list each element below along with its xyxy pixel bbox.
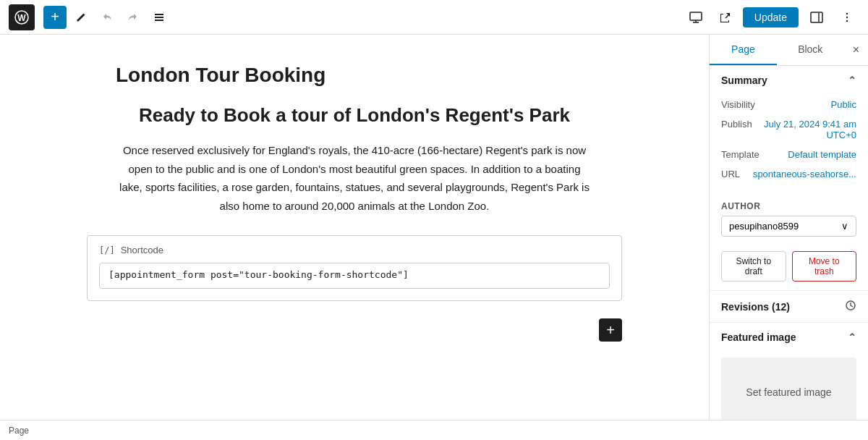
- revisions-label: Revisions (12): [721, 301, 790, 313]
- summary-section: Summary Visibility Public Publish July 2…: [710, 66, 868, 291]
- svg-point-12: [846, 20, 848, 21]
- sidebar-header: Page Block ×: [710, 35, 868, 66]
- author-value: pesupihano8599: [729, 221, 799, 232]
- toolbar-right: Update: [684, 7, 859, 28]
- undo-button[interactable]: [95, 7, 119, 28]
- template-label: Template: [721, 149, 760, 160]
- status-label: Page: [9, 426, 29, 436]
- featured-image-label: Featured image: [721, 331, 796, 343]
- featured-image-chevron-icon: [848, 331, 856, 343]
- url-row: URL spontaneous-seahorse...: [721, 164, 856, 184]
- shortcode-input[interactable]: [99, 263, 610, 289]
- action-buttons: Switch to draft Move to trash: [710, 245, 868, 290]
- svg-rect-3: [155, 17, 163, 18]
- toolbar-left: W +: [9, 4, 171, 30]
- svg-point-10: [846, 12, 848, 14]
- publish-date: July 21, 2024 9:41 am: [764, 119, 856, 130]
- svg-point-11: [846, 16, 848, 17]
- switch-to-draft-button[interactable]: Switch to draft: [721, 251, 786, 282]
- publish-value[interactable]: July 21, 2024 9:41 am UTC+0: [764, 119, 856, 140]
- author-chevron-icon: ∨: [841, 221, 848, 232]
- update-button[interactable]: Update: [743, 7, 799, 28]
- revisions-right: [845, 300, 856, 313]
- featured-image-header[interactable]: Featured image: [710, 323, 868, 352]
- publish-tz: UTC+0: [826, 130, 856, 140]
- svg-rect-5: [690, 12, 702, 20]
- body-paragraph[interactable]: Once reserved exclusively for England's …: [87, 141, 622, 215]
- redo-button[interactable]: [122, 7, 145, 28]
- tab-block[interactable]: Block: [777, 35, 844, 65]
- shortcode-block[interactable]: [/] Shortcode: [87, 235, 622, 301]
- svg-rect-4: [155, 20, 163, 21]
- svg-text:W: W: [17, 13, 26, 23]
- summary-label: Summary: [721, 75, 767, 86]
- visibility-label: Visibility: [721, 99, 755, 110]
- summary-section-header[interactable]: Summary: [710, 66, 868, 95]
- author-label: AUTHOR: [721, 201, 856, 211]
- summary-content: Visibility Public Publish July 21, 2024 …: [710, 95, 868, 195]
- page-title: London Tour Booking: [87, 64, 622, 87]
- author-select[interactable]: pesupihano8599 ∨: [721, 216, 856, 237]
- visibility-value[interactable]: Public: [831, 99, 856, 110]
- sidebar-toggle-button[interactable]: [804, 7, 829, 28]
- more-options-button[interactable]: [835, 7, 859, 28]
- summary-chevron-icon: [848, 75, 856, 86]
- shortcode-icon: [/]: [99, 245, 115, 255]
- svg-rect-2: [155, 14, 163, 15]
- template-row: Template Default template: [721, 145, 856, 164]
- toolbar: W + Update: [0, 0, 868, 35]
- tab-page[interactable]: Page: [710, 35, 777, 65]
- featured-image-section: Featured image Set featured image: [710, 323, 868, 420]
- template-value[interactable]: Default template: [788, 149, 856, 160]
- author-section: AUTHOR pesupihano8599 ∨: [710, 195, 868, 245]
- svg-rect-8: [811, 12, 822, 22]
- wp-logo: W: [9, 4, 35, 30]
- main-layout: London Tour Booking Ready to Book a tour…: [0, 35, 868, 420]
- publish-label: Publish: [721, 119, 752, 130]
- add-block-toolbar-button[interactable]: +: [43, 6, 67, 29]
- editor-content: London Tour Booking Ready to Book a tour…: [87, 64, 622, 342]
- edit-mode-button[interactable]: [69, 7, 93, 28]
- status-bar: Page: [0, 420, 868, 440]
- publish-row: Publish July 21, 2024 9:41 am UTC+0: [721, 114, 856, 145]
- url-label: URL: [721, 169, 740, 179]
- heading-2[interactable]: Ready to Book a tour of London's Regent'…: [87, 104, 622, 127]
- shortcode-header: [/] Shortcode: [99, 245, 610, 255]
- list-view-button[interactable]: [148, 7, 171, 28]
- visibility-row: Visibility Public: [721, 95, 856, 114]
- external-link-button[interactable]: [714, 7, 737, 28]
- revisions-clock-icon: [845, 300, 856, 313]
- url-value[interactable]: spontaneous-seahorse...: [753, 169, 856, 179]
- editor-area: London Tour Booking Ready to Book a tour…: [0, 35, 709, 420]
- sidebar-close-button[interactable]: ×: [844, 38, 868, 62]
- move-to-trash-button[interactable]: Move to trash: [792, 251, 857, 282]
- desktop-view-button[interactable]: [684, 7, 708, 28]
- sidebar: Page Block × Summary Visibility Public P…: [709, 35, 868, 420]
- set-featured-image-button[interactable]: Set featured image: [721, 358, 856, 420]
- revisions-row[interactable]: Revisions (12): [710, 291, 868, 323]
- shortcode-label: Shortcode: [121, 245, 163, 255]
- add-block-button[interactable]: +: [599, 318, 622, 342]
